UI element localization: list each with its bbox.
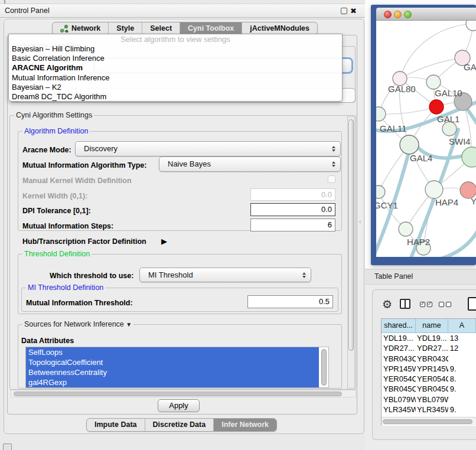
- tab-discretize-data-label: Discretize Data: [153, 419, 206, 431]
- sources-group-title[interactable]: Sources for Network Inference ▼: [22, 320, 133, 328]
- tab-infer-network-label: Infer Network: [221, 419, 269, 431]
- kernel-width-field[interactable]: 0.0: [250, 188, 335, 201]
- collapsed-panel-icon[interactable]: [3, 444, 12, 450]
- table-row[interactable]: YPR145WYPR145W9.: [382, 364, 476, 374]
- algorithm-dropdown-popup: Select algorithm to view settings Bayesi…: [8, 34, 343, 102]
- kernel-width-label: Kernel Width (0,1):: [22, 192, 87, 200]
- tab-network-label: Network: [71, 22, 100, 35]
- dropdown-placeholder: Select algorithm to view settings: [9, 35, 342, 44]
- data-attributes-list[interactable]: SelfLoops TopologicalCoefficient Between…: [25, 347, 329, 388]
- node-label: GAL11: [380, 123, 407, 133]
- table-row[interactable]: YBR045CYBR045C9.: [382, 384, 476, 394]
- mi-type-label: Mutual Information Algorithm Type:: [22, 161, 146, 169]
- tab-style[interactable]: Style: [108, 22, 142, 35]
- algorithm-definition-title: Algorithm Definition: [22, 127, 90, 135]
- list-item-selected[interactable]: BetweennessCentrality: [26, 367, 319, 377]
- hub-definition-label[interactable]: Hub/Transcription Factor Definition: [22, 237, 146, 246]
- list-item-selected[interactable]: SelfLoops: [26, 347, 319, 357]
- settings-horizontal-scrollbar[interactable]: [11, 390, 356, 397]
- mi-threshold-label: Mutual Information Threshold:: [26, 299, 133, 307]
- tab-impute-data[interactable]: Impute Data: [87, 419, 145, 431]
- mi-type-combo[interactable]: Naive Bayes: [159, 156, 341, 172]
- table-row[interactable]: YDL19...YDL19...13: [382, 333, 476, 343]
- tab-jactivemnodules-label: jActiveMNodules: [250, 22, 309, 35]
- close-icon[interactable]: ✖: [350, 5, 357, 17]
- node-label: GAL: [464, 62, 476, 72]
- columns-icon[interactable]: [400, 299, 410, 309]
- mi-threshold-field[interactable]: 0.5: [247, 295, 333, 308]
- float-window-icon[interactable]: [341, 8, 347, 14]
- table-row[interactable]: YER054CYER054C8.: [382, 374, 476, 384]
- tab-jactivemnodules[interactable]: jActiveMNodules: [242, 22, 317, 35]
- node-gal11: [376, 107, 386, 121]
- list-item-selected[interactable]: gal4RGexp: [26, 377, 319, 387]
- tab-style-label: Style: [116, 22, 134, 35]
- cyni-mode-tabs: Impute Data Discretize Data Infer Networ…: [86, 418, 277, 432]
- expand-right-icon[interactable]: ▶: [161, 237, 167, 246]
- close-traffic-light-icon[interactable]: [384, 11, 392, 18]
- dropdown-item[interactable]: Basic Correlation Inference: [9, 54, 342, 63]
- control-panel-title: Control Panel: [5, 4, 50, 18]
- table-horizontal-scrollbar[interactable]: [382, 417, 476, 425]
- tab-select[interactable]: Select: [142, 22, 180, 35]
- tab-infer-network[interactable]: Infer Network: [213, 419, 276, 431]
- node-gal10: [426, 75, 441, 89]
- node-label: Y: [471, 196, 476, 206]
- settings-vertical-scrollbar[interactable]: [347, 116, 355, 389]
- dropdown-item[interactable]: Dream8 DC_TDC Algorithm: [9, 92, 342, 102]
- dropdown-item-highlighted[interactable]: ARACNE Algorithm: [9, 63, 342, 73]
- minimize-traffic-light-icon[interactable]: [394, 11, 402, 18]
- node-hap4: [425, 181, 443, 198]
- apply-button[interactable]: Apply: [158, 399, 200, 412]
- node-table: shared... name A YDL19...YDL19...13 YDR2…: [381, 318, 476, 426]
- gear-icon[interactable]: ⚙: [382, 298, 392, 311]
- data-attributes-label: Data Attributes: [21, 337, 74, 345]
- network-window-titlebar[interactable]: [376, 8, 476, 21]
- node-label: GAL4: [410, 153, 432, 163]
- tab-network[interactable]: Network: [53, 22, 108, 35]
- which-threshold-combo[interactable]: MI Threshold: [139, 268, 311, 282]
- table-row[interactable]: YDR27...YDR27...12: [382, 343, 476, 353]
- list-item-selected[interactable]: TopologicalCoefficient: [26, 357, 319, 367]
- column-header[interactable]: name: [416, 319, 448, 332]
- scrollbar-thumb[interactable]: [383, 419, 472, 424]
- expand-down-icon[interactable]: ▼: [126, 321, 132, 328]
- column-header[interactable]: shared...: [382, 319, 416, 332]
- combo-arrows-icon: [332, 146, 335, 152]
- dropdown-item[interactable]: Mutual Information Inference: [9, 73, 342, 83]
- node: [466, 21, 476, 31]
- dpi-tolerance-field[interactable]: 0.0: [250, 203, 335, 216]
- table-row[interactable]: YBL079WYBL079W: [382, 394, 476, 405]
- table-row[interactable]: YBR043CYBR043C: [382, 354, 476, 364]
- aracne-mode-label: Aracne Mode:: [22, 146, 71, 154]
- panel-splitter-handle[interactable]: ‹: [359, 218, 361, 225]
- tab-select-label: Select: [150, 22, 172, 35]
- network-canvas[interactable]: GAL GAL80 GAL10 GAL1 GAL11 SWI4 GAL4 HAP…: [376, 21, 476, 257]
- tab-discretize-data[interactable]: Discretize Data: [145, 419, 214, 431]
- table-row[interactable]: YLR345WYLR345W9.: [382, 405, 476, 415]
- dropdown-item[interactable]: Bayesian – Hill Climbing: [9, 44, 342, 54]
- deselect-all-icon[interactable]: [439, 302, 451, 307]
- scrollbar-thumb[interactable]: [14, 392, 342, 396]
- zoom-traffic-light-icon[interactable]: [404, 11, 412, 18]
- tab-cyni-toolbox[interactable]: Cyni Toolbox: [180, 22, 242, 35]
- list-scrollbar-thumb[interactable]: [321, 349, 327, 386]
- node-gal1: [429, 100, 444, 114]
- combo-arrows-icon: [332, 161, 335, 167]
- dpi-tolerance-label: DPI Tolerance [0,1]:: [22, 207, 91, 215]
- screen: Control Panel ✖ Network Style Select Cyn…: [0, 0, 476, 450]
- column-header[interactable]: A: [448, 319, 476, 332]
- node-hap2: [399, 222, 413, 236]
- table-panel-body: ⚙ shared... name A YDL19...YDL19...13 YD…: [372, 289, 476, 440]
- manual-kernel-checkbox[interactable]: [328, 175, 335, 183]
- table-rows: YDL19...YDL19...13 YDR27...YDR27...12 YB…: [382, 333, 476, 418]
- aracne-mode-combo[interactable]: Discovery: [75, 141, 341, 156]
- mi-steps-field[interactable]: 6: [250, 219, 335, 231]
- threshold-definition-title: Threshold Definition: [22, 250, 92, 258]
- network-graph-icon: [60, 25, 69, 32]
- scrollbar-thumb[interactable]: [348, 119, 354, 351]
- document-icon[interactable]: [468, 297, 476, 311]
- dropdown-item[interactable]: Bayesian – K2: [9, 83, 342, 92]
- select-all-icon[interactable]: [420, 302, 432, 307]
- node-gal4: [400, 135, 419, 154]
